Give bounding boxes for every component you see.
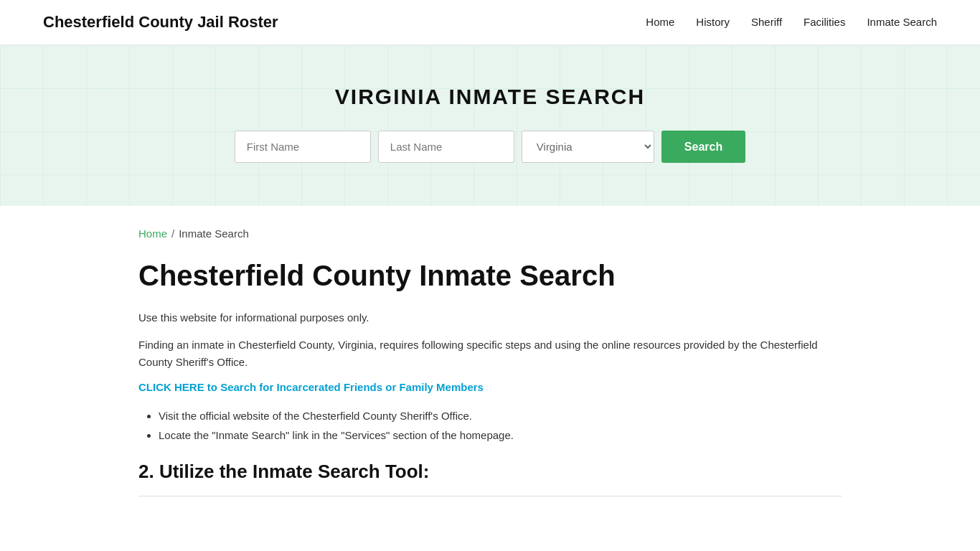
steps-list: Visit the official website of the Cheste… [159, 406, 842, 445]
nav-link-sheriff[interactable]: Sheriff [751, 16, 782, 28]
nav-item-history[interactable]: History [696, 16, 730, 29]
search-button[interactable]: Search [661, 131, 745, 163]
site-title: Chesterfield County Jail Roster [43, 13, 278, 32]
state-select[interactable]: Virginia Alabama Alaska Arizona Arkansas… [522, 131, 654, 163]
page-title: Chesterfield County Inmate Search [138, 260, 842, 292]
nav-link-inmate-search[interactable]: Inmate Search [867, 16, 937, 28]
incarcerated-search-link[interactable]: CLICK HERE to Search for Incarcerated Fr… [138, 381, 484, 393]
intro-paragraph-2: Finding an inmate in Chesterfield County… [138, 336, 842, 371]
main-content: Home / Inmate Search Chesterfield County… [95, 206, 885, 540]
hero-section: VIRGINIA INMATE SEARCH Virginia Alabama … [0, 45, 980, 206]
nav-link-facilities[interactable]: Facilities [804, 16, 845, 28]
breadcrumb-separator: / [171, 227, 174, 240]
section-2-heading: 2. Utilize the Inmate Search Tool: [138, 461, 842, 483]
first-name-input[interactable] [235, 131, 371, 163]
breadcrumb-current: Inmate Search [179, 227, 249, 240]
hero-title: VIRGINIA INMATE SEARCH [14, 85, 966, 109]
site-header: Chesterfield County Jail Roster Home His… [0, 0, 980, 45]
breadcrumb: Home / Inmate Search [138, 227, 842, 240]
intro-paragraph-1: Use this website for informational purpo… [138, 309, 842, 326]
nav-item-facilities[interactable]: Facilities [804, 16, 845, 29]
nav-list: Home History Sheriff Facilities Inmate S… [646, 16, 937, 29]
nav-item-inmate-search[interactable]: Inmate Search [867, 16, 937, 29]
nav-link-history[interactable]: History [696, 16, 730, 28]
section-divider [138, 496, 842, 496]
list-item-1: Visit the official website of the Cheste… [159, 406, 842, 425]
search-form: Virginia Alabama Alaska Arizona Arkansas… [14, 131, 966, 163]
nav-link-home[interactable]: Home [646, 16, 674, 28]
breadcrumb-home-link[interactable]: Home [138, 227, 167, 240]
list-item-2: Locate the "Inmate Search" link in the "… [159, 425, 842, 445]
last-name-input[interactable] [378, 131, 514, 163]
main-nav: Home History Sheriff Facilities Inmate S… [646, 16, 937, 29]
nav-item-home[interactable]: Home [646, 16, 674, 29]
nav-item-sheriff[interactable]: Sheriff [751, 16, 782, 29]
